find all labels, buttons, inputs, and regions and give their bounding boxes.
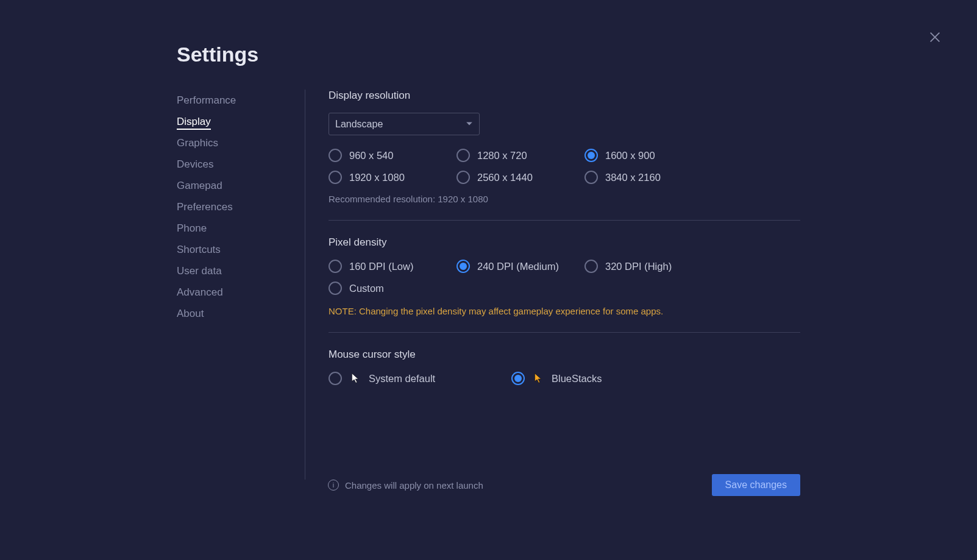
section-divider	[329, 220, 800, 221]
orientation-select-value: Landscape	[335, 119, 383, 130]
resolution-option-2560x1440[interactable]: 2560 x 1440	[457, 171, 584, 184]
density-option-custom[interactable]: Custom	[329, 282, 457, 295]
resolution-option-1280x720[interactable]: 1280 x 720	[457, 149, 584, 162]
sidebar-item-display[interactable]: Display	[177, 111, 305, 132]
sidebar-item-shortcuts[interactable]: Shortcuts	[177, 239, 305, 260]
resolution-recommended-hint: Recommended resolution: 1920 x 1080	[329, 194, 800, 204]
resolution-option-960x540[interactable]: 960 x 540	[329, 149, 457, 162]
radio-dot-icon	[457, 149, 470, 162]
resolution-option-3840x2160[interactable]: 3840 x 2160	[584, 171, 712, 184]
radio-dot-icon	[584, 149, 598, 162]
density-option-160[interactable]: 160 DPI (Low)	[329, 260, 457, 273]
sidebar-item-user-data[interactable]: User data	[177, 260, 305, 282]
radio-dot-icon	[457, 260, 470, 273]
page-title: Settings	[177, 43, 800, 66]
radio-dot-icon	[457, 171, 470, 184]
sidebar-item-devices[interactable]: Devices	[177, 154, 305, 175]
sidebar-item-gamepad[interactable]: Gamepad	[177, 175, 305, 196]
cursor-option-bluestacks[interactable]: BlueStacks	[511, 372, 670, 385]
cursor-options: System default BlueStacks	[329, 372, 670, 385]
density-options: 160 DPI (Low) 240 DPI (Medium) 320 DPI (…	[329, 260, 800, 295]
radio-dot-icon	[584, 260, 598, 273]
bluestacks-cursor-icon	[532, 372, 544, 385]
sidebar-item-advanced[interactable]: Advanced	[177, 282, 305, 303]
radio-dot-icon	[329, 282, 342, 295]
sidebar-divider	[305, 90, 305, 480]
system-cursor-icon	[349, 372, 361, 385]
mouse-cursor-heading: Mouse cursor style	[329, 349, 800, 361]
radio-dot-icon	[511, 372, 525, 385]
sidebar-item-graphics[interactable]: Graphics	[177, 132, 305, 154]
close-icon	[928, 35, 942, 46]
radio-dot-icon	[329, 149, 342, 162]
sidebar-item-phone[interactable]: Phone	[177, 218, 305, 239]
sidebar-item-performance[interactable]: Performance	[177, 90, 305, 111]
settings-footer: i Changes will apply on next launch Save…	[328, 474, 800, 496]
info-icon: i	[328, 480, 339, 491]
resolution-options: 960 x 540 1280 x 720 1600 x 900 1920 x 1…	[329, 149, 800, 184]
settings-sidebar: Performance Display Graphics Devices Gam…	[177, 90, 305, 480]
resolution-option-1920x1080[interactable]: 1920 x 1080	[329, 171, 457, 184]
density-option-240[interactable]: 240 DPI (Medium)	[457, 260, 584, 273]
orientation-select[interactable]: Landscape	[329, 113, 480, 135]
close-button[interactable]	[928, 30, 942, 46]
pixel-density-heading: Pixel density	[329, 236, 800, 249]
radio-dot-icon	[584, 171, 598, 184]
density-option-320[interactable]: 320 DPI (High)	[584, 260, 712, 273]
section-divider	[329, 332, 800, 333]
radio-dot-icon	[329, 171, 342, 184]
density-warning-text: NOTE: Changing the pixel density may aff…	[329, 306, 800, 316]
sidebar-item-about[interactable]: About	[177, 303, 305, 324]
radio-dot-icon	[329, 260, 342, 273]
display-resolution-heading: Display resolution	[329, 90, 800, 102]
cursor-option-system[interactable]: System default	[329, 372, 487, 385]
save-changes-button[interactable]: Save changes	[712, 474, 800, 496]
dropdown-caret-icon	[466, 119, 473, 130]
radio-dot-icon	[329, 372, 342, 385]
sidebar-item-preferences[interactable]: Preferences	[177, 196, 305, 218]
footer-notice: Changes will apply on next launch	[345, 480, 483, 491]
resolution-option-1600x900[interactable]: 1600 x 900	[584, 149, 712, 162]
settings-content: Display resolution Landscape 960 x 540 1…	[329, 90, 800, 480]
